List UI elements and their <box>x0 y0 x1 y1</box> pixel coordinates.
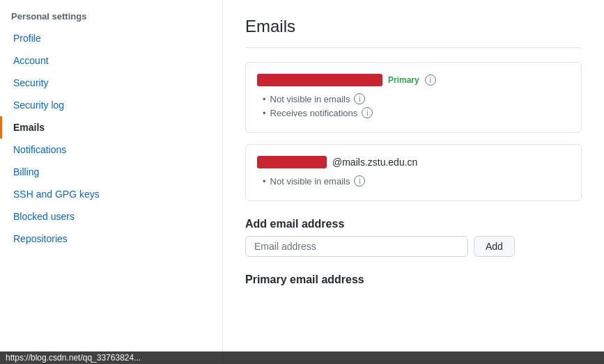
sidebar-item-profile[interactable]: Profile <box>0 27 222 49</box>
primary-info-icon[interactable]: i <box>425 74 436 86</box>
meta-receives-notifications: Receives notifications i <box>257 107 570 118</box>
add-email-section: Add email address Add <box>245 218 582 257</box>
meta-not-visible-2: Not visible in emails i <box>257 175 570 187</box>
sidebar-item-blocked-users[interactable]: Blocked users <box>0 205 222 228</box>
not-visible-2-info-icon[interactable]: i <box>354 175 365 187</box>
add-email-title: Add email address <box>245 218 582 230</box>
email-card-secondary: @mails.zstu.edu.cn Not visible in emails… <box>245 144 582 201</box>
sidebar-item-billing[interactable]: Billing <box>0 161 222 183</box>
sidebar-item-security[interactable]: Security <box>0 72 222 94</box>
email-redacted-2 <box>257 156 327 168</box>
receives-notifications-info-icon[interactable]: i <box>362 107 373 118</box>
status-bar: https://blog.csdn.net/qq_33763824... <box>0 351 604 364</box>
meta-not-visible-2-text: Not visible in emails <box>270 176 350 187</box>
sidebar-item-security-log[interactable]: Security log <box>0 94 222 116</box>
email-card-primary: Primary i Not visible in emails i Receiv… <box>245 62 582 133</box>
primary-email-section: Primary email address <box>245 274 582 286</box>
sidebar-item-account[interactable]: Account <box>0 49 222 72</box>
sidebar: Personal settings Profile Account Securi… <box>0 0 223 364</box>
not-visible-info-icon[interactable]: i <box>354 93 365 104</box>
email-redacted-1 <box>257 74 382 86</box>
email-card-primary-header: Primary i <box>257 74 570 86</box>
sidebar-item-ssh-gpg[interactable]: SSH and GPG keys <box>0 183 222 205</box>
add-email-button[interactable]: Add <box>474 236 515 257</box>
main-content: Emails Primary i Not visible in emails i… <box>223 0 604 364</box>
page-title: Emails <box>245 17 582 48</box>
add-email-row: Add <box>245 236 582 257</box>
sidebar-item-repositories[interactable]: Repositories <box>0 228 222 250</box>
meta-receives-notifications-text: Receives notifications <box>270 108 358 118</box>
meta-not-visible-text: Not visible in emails <box>270 94 350 104</box>
email-input[interactable] <box>245 236 468 257</box>
primary-badge: Primary <box>388 75 419 85</box>
sidebar-item-emails[interactable]: Emails <box>0 116 222 139</box>
primary-email-section-title: Primary email address <box>245 274 582 286</box>
sidebar-header: Personal settings <box>0 6 222 27</box>
email-domain-2: @mails.zstu.edu.cn <box>332 157 417 168</box>
email-meta-secondary: Not visible in emails i <box>257 175 570 187</box>
email-card-secondary-header: @mails.zstu.edu.cn <box>257 156 570 168</box>
sidebar-item-notifications[interactable]: Notifications <box>0 139 222 161</box>
status-bar-text: https://blog.csdn.net/qq_33763824... <box>6 353 141 363</box>
meta-not-visible: Not visible in emails i <box>257 93 570 104</box>
email-meta-primary: Not visible in emails i Receives notific… <box>257 93 570 118</box>
